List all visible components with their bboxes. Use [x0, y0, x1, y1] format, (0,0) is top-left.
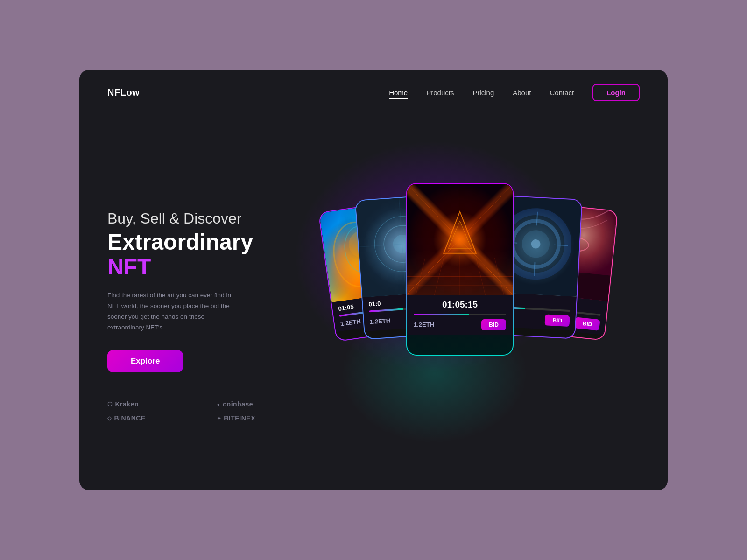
- partners-section: ⬡ Kraken ● coinbase ◇ BINANCE ✦ BITFINEX: [107, 400, 303, 422]
- partner-kraken-label: Kraken: [115, 400, 139, 408]
- login-button[interactable]: Login: [592, 84, 640, 101]
- partner-coinbase: ● coinbase: [217, 400, 303, 408]
- card-5-bid-button[interactable]: BID: [575, 317, 600, 331]
- nav-link-pricing[interactable]: Pricing: [472, 89, 494, 97]
- card-3-info: 01:05:15 1.2ETH BID: [407, 295, 513, 335]
- svg-line-17: [460, 184, 513, 239]
- nav-item-login[interactable]: Login: [592, 84, 640, 101]
- nav-item-home[interactable]: Home: [389, 89, 408, 97]
- card-3-image: [407, 184, 513, 295]
- navbar: NFLow Home Products Pricing About Contac…: [79, 70, 668, 115]
- nav-link-contact[interactable]: Contact: [550, 89, 574, 97]
- card-3-timer: 01:05:15: [414, 300, 506, 310]
- hero-left: Buy, Sell & Discover Extraordinary NFT F…: [107, 201, 303, 422]
- svg-rect-13: [407, 184, 513, 295]
- svg-line-23: [434, 258, 444, 295]
- card-3-progress-fill: [414, 314, 469, 315]
- svg-marker-19: [448, 221, 472, 248]
- nav-link-home[interactable]: Home: [389, 89, 408, 99]
- main-content: Buy, Sell & Discover Extraordinary NFT F…: [79, 115, 668, 489]
- svg-line-25: [476, 258, 486, 295]
- svg-line-14: [407, 239, 460, 295]
- nav-links: Home Products Pricing About Contact Logi…: [389, 84, 640, 101]
- svg-line-32: [537, 212, 538, 226]
- svg-line-22: [416, 258, 425, 295]
- nft-card-3[interactable]: 01:05:15 1.2ETH BID: [406, 183, 514, 356]
- svg-point-31: [531, 239, 541, 249]
- nav-item-pricing[interactable]: Pricing: [472, 89, 494, 97]
- partner-bitfinex-label: BITFINEX: [224, 414, 255, 422]
- nft-cards-area: 01:05 1.2ETH: [303, 160, 640, 463]
- binance-icon: ◇: [107, 415, 112, 421]
- nav-item-products[interactable]: Products: [426, 89, 454, 97]
- card-3-price: 1.2ETH: [414, 321, 434, 328]
- card-2-price: 1.2ETH: [369, 317, 390, 325]
- partner-binance: ◇ BINANCE: [107, 414, 194, 422]
- logo: NFLow: [107, 87, 140, 98]
- card-1-price: 1.2ETH: [340, 318, 361, 328]
- coinbase-icon: ●: [217, 402, 220, 407]
- svg-line-35: [554, 245, 568, 246]
- bitfinex-icon: ✦: [217, 416, 221, 421]
- hero-title: Extraordinary NFT: [107, 230, 303, 280]
- svg-line-26: [494, 258, 504, 295]
- hero-description: Find the rarest of the art you can ever …: [107, 290, 238, 333]
- card-3-bid-button[interactable]: BID: [481, 319, 506, 330]
- kraken-icon: ⬡: [107, 401, 113, 407]
- nav-item-about[interactable]: About: [513, 89, 531, 97]
- partner-binance-label: BINANCE: [114, 414, 146, 422]
- card-2-progress-fill: [369, 308, 403, 313]
- svg-line-11: [399, 198, 406, 294]
- hero-title-white: Extraordinary: [107, 230, 253, 254]
- browser-window: NFLow Home Products Pricing About Contac…: [79, 70, 668, 490]
- svg-line-15: [460, 239, 513, 295]
- card-3-footer: 1.2ETH BID: [414, 319, 506, 330]
- nav-link-products[interactable]: Products: [426, 89, 454, 97]
- explore-button[interactable]: Explore: [107, 350, 183, 372]
- card-3-progress-bar: [414, 314, 506, 315]
- svg-rect-12: [407, 184, 513, 295]
- card-3-art: [407, 184, 513, 295]
- partner-kraken: ⬡ Kraken: [107, 400, 194, 408]
- partner-bitfinex: ✦ BITFINEX: [217, 414, 303, 422]
- hero-subtitle: Buy, Sell & Discover: [107, 210, 303, 227]
- svg-point-30: [521, 230, 550, 259]
- card-4-bid-button[interactable]: BID: [545, 315, 570, 327]
- svg-line-33: [534, 262, 535, 276]
- svg-line-16: [407, 184, 460, 239]
- nav-link-about[interactable]: About: [513, 89, 531, 97]
- hero-title-purple: NFT: [107, 254, 151, 279]
- nav-item-contact[interactable]: Contact: [550, 89, 574, 97]
- svg-marker-18: [444, 211, 476, 253]
- svg-point-29: [512, 220, 560, 268]
- partner-coinbase-label: coinbase: [223, 400, 253, 408]
